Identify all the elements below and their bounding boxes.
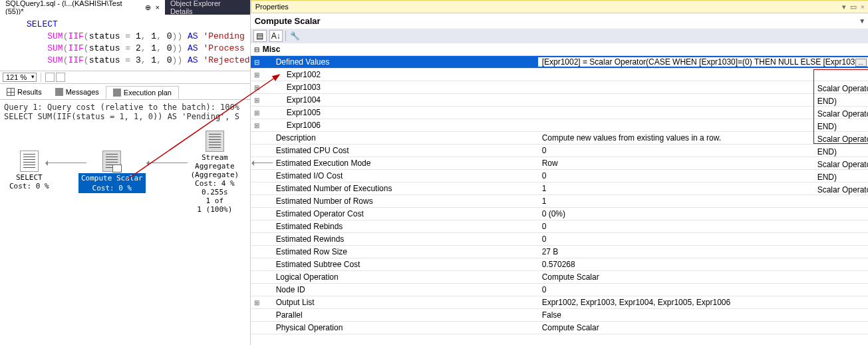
categorized-icon: ▤	[256, 31, 263, 41]
tab-results[interactable]: Results	[0, 86, 49, 98]
sql-editor[interactable]: SELECT SUM(IIF(status = 1, 1, 0)) AS 'Pe…	[0, 15, 250, 71]
plan-node-compute-scalar[interactable]: Compute Scalar Cost: 0 %	[78, 151, 146, 193]
zoom-dropdown[interactable]: 121 %	[3, 73, 37, 82]
close-icon[interactable]: ×	[861, 3, 865, 11]
property-expr1004[interactable]: ⊞Expr1004	[251, 94, 868, 107]
properties-subject[interactable]: Compute Scalar ▼	[251, 13, 868, 29]
pin-icon[interactable]: ▭	[850, 3, 857, 11]
properties-panel: Properties ▾ ▭ × Compute Scalar ▼ ▤ A↓ 🔧…	[251, 0, 868, 345]
aggregate-icon	[206, 131, 224, 152]
callout-line: Scalar Operator(CONVERT_IMPLICIT(int,[Ex…	[817, 184, 868, 196]
callout-line: Scalar Operator(CASE WHEN [Expr1030]=(0)…	[817, 108, 868, 133]
category-misc[interactable]: ⊟ Misc	[251, 43, 868, 56]
expand-icon[interactable]: ⊞	[251, 97, 263, 104]
property-pages-button[interactable]: 🔧	[289, 30, 302, 42]
editor-status-bar: 121 %	[0, 71, 250, 84]
callout-text: Scalar Operator(CASE WHEN [Expr1030]=(0)…	[817, 83, 868, 196]
property-estimated-subtree-cost[interactable]: Estimated Subtree Cost0.570268	[251, 258, 868, 271]
property-parallel[interactable]: ParallelFalse	[251, 309, 868, 322]
property-expr1002[interactable]: ⊞Expr1002	[251, 69, 868, 81]
grid-icon	[7, 88, 15, 96]
property-estimated-row-size[interactable]: Estimated Row Size27 B	[251, 246, 868, 258]
property-expr1006[interactable]: ⊞Expr1006	[251, 119, 868, 132]
callout-line: Scalar Operator(CASE WHEN [Expr1030]=(0)…	[817, 83, 868, 108]
tab-label: Object Explorer Details	[170, 0, 245, 15]
tab-object-explorer-details[interactable]: Object Explorer Details	[165, 0, 250, 15]
plan-canvas[interactable]: SELECT Cost: 0 % Compute Scalar Cost: 0 …	[0, 124, 250, 345]
wrench-icon: 🔧	[290, 31, 300, 41]
expand-icon[interactable]: ⊞	[251, 109, 263, 117]
property-estimated-execution-mode[interactable]: Estimated Execution ModeRow	[251, 157, 868, 170]
property-physical-operation[interactable]: Physical OperationCompute Scalar	[251, 322, 868, 334]
property-description[interactable]: DescriptionCompute new values from exist…	[251, 132, 868, 145]
property-estimated-rewinds[interactable]: Estimated Rewinds0	[251, 233, 868, 246]
select-icon	[20, 151, 39, 172]
messages-icon	[55, 88, 63, 96]
property-node-id[interactable]: Node ID0	[251, 284, 868, 296]
expand-icon[interactable]: ⊞	[251, 84, 263, 91]
plan-icon	[113, 89, 121, 97]
nav-back-icon[interactable]	[45, 73, 55, 82]
tab-execution-plan[interactable]: Execution plan	[106, 86, 179, 99]
expand-icon[interactable]: ⊞	[251, 299, 263, 306]
property-estimated-rebinds[interactable]: Estimated Rebinds0	[251, 220, 868, 233]
expand-icon[interactable]: ⊞	[251, 122, 263, 129]
tab-messages[interactable]: Messages	[49, 86, 106, 98]
sort-az-icon: A↓	[271, 31, 281, 41]
property-defined-values[interactable]: ⊟ Defined Values [Expr1002] = Scalar Ope…	[251, 56, 868, 69]
property-grid[interactable]: ⊟ Misc ⊟ Defined Values [Expr1002] = Sca…	[251, 43, 868, 345]
property-logical-operation[interactable]: Logical OperationCompute Scalar	[251, 271, 868, 284]
plan-node-select[interactable]: SELECT Cost: 0 %	[9, 151, 49, 190]
close-icon[interactable]: ×	[155, 3, 159, 11]
property-estimated-cpu-cost[interactable]: Estimated CPU Cost0	[251, 145, 868, 157]
tab-label: SQLQuery1.sql - (l...(KASHISH\Test (55))…	[5, 0, 141, 15]
nav-fwd-icon[interactable]	[56, 73, 65, 82]
categorized-button[interactable]: ▤	[253, 30, 267, 42]
alphabetical-button[interactable]: A↓	[269, 30, 283, 42]
properties-toolbar: ▤ A↓ 🔧	[251, 29, 868, 43]
results-tabstrip: Results Messages Execution plan	[0, 84, 250, 100]
callout-line: Scalar Operator(CASE WHEN [Expr1030]=(0)…	[817, 133, 868, 159]
property-expr1003[interactable]: ⊞Expr1003	[251, 81, 868, 94]
chevron-down-icon[interactable]: ▼	[859, 17, 865, 25]
panel-title: Properties	[255, 3, 289, 11]
properties-titlebar: Properties ▾ ▭ ×	[251, 0, 868, 13]
collapse-icon[interactable]: ⊟	[251, 59, 263, 66]
window-position-icon[interactable]: ▾	[842, 3, 846, 11]
compute-scalar-icon	[102, 151, 121, 172]
property-estimated-number-of-rows[interactable]: Estimated Number of Rows1	[251, 195, 868, 208]
pin-icon[interactable]: ⊕	[145, 3, 151, 12]
plan-header: Query 1: Query cost (relative to the bat…	[0, 100, 250, 124]
tab-sqlquery1[interactable]: SQLQuery1.sql - (l...(KASHISH\Test (55))…	[0, 0, 165, 15]
property-output-list[interactable]: ⊞Output ListExpr1002, Expr1003, Expr1004…	[251, 296, 868, 309]
property-estimated-i-o-cost[interactable]: Estimated I/O Cost0	[251, 170, 868, 182]
expand-icon[interactable]: ⊞	[251, 71, 263, 79]
property-expr1005[interactable]: ⊞Expr1005	[251, 107, 868, 119]
collapse-icon[interactable]: ⊟	[251, 46, 263, 53]
ellipsis-button[interactable]: ...	[855, 59, 867, 67]
document-tabs: SQLQuery1.sql - (l...(KASHISH\Test (55))…	[0, 0, 250, 15]
plan-node-stream-aggregate[interactable]: Stream Aggregate (Aggregate) Cost: 4 % 0…	[180, 131, 250, 214]
property-estimated-number-of-executions[interactable]: Estimated Number of Executions1	[251, 182, 868, 195]
property-estimated-operator-cost[interactable]: Estimated Operator Cost0 (0%)	[251, 208, 868, 220]
callout-line: Scalar Operator(CASE WHEN [Expr1030]=(0)…	[817, 159, 868, 184]
editor-pane: SQLQuery1.sql - (l...(KASHISH\Test (55))…	[0, 0, 251, 345]
